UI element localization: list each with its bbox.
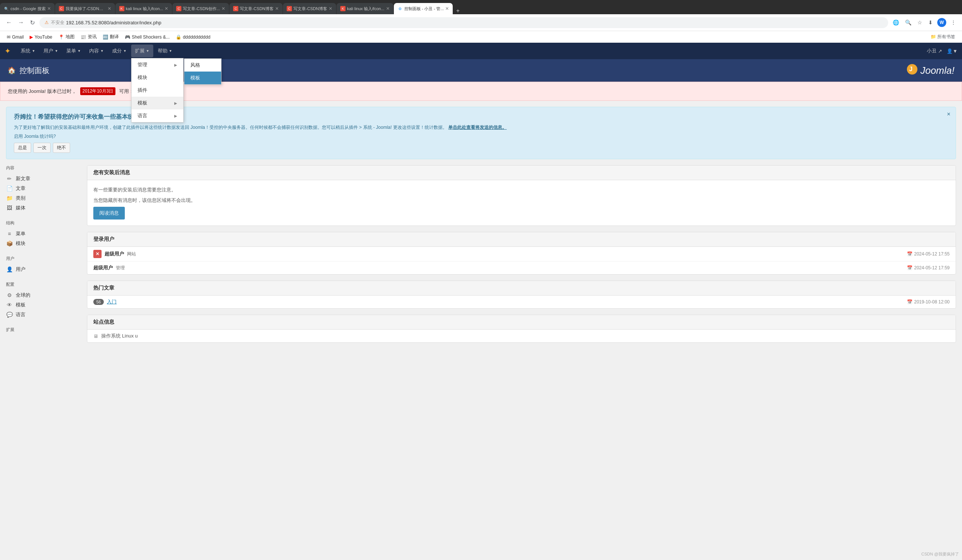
tab-kali2[interactable]: K kali linux 输入ifcon... ✕ [337,3,394,14]
sidebar-languages[interactable]: 💬 语言 [6,310,81,320]
extend-dropdown: 管理 ▶ 模块 插件 模板 ▶ 风 [131,58,184,122]
tab-close-icon[interactable]: ✕ [386,6,390,11]
sidebar-media[interactable]: 🖼 媒体 [6,203,81,213]
tab-favicon: 🔍 [4,6,9,11]
nav-users[interactable]: 用户 ▼ [40,45,62,57]
sidebar: 内容 ✏ 新文章 📄 文章 📁 类别 [6,165,81,349]
notice-once-button[interactable]: 一次 [33,143,51,153]
nav-content-caret: ▼ [100,49,104,53]
nav-extend[interactable]: 扩展 ▼ 管理 ▶ 模块 插件 模板 ▶ [131,45,153,57]
nav-extend-label: 扩展 [135,48,145,54]
bookmark-maps[interactable]: 📍 地图 [56,33,77,41]
zoom-icon[interactable]: 🔍 [904,18,913,27]
admin-user-link[interactable]: 小丑 ↗ [927,48,942,54]
tab-favicon: C [287,6,292,11]
dropdown-module[interactable]: 模块 [132,71,183,84]
more-icon[interactable]: ⋮ [949,18,957,27]
sidebar-media-label: 媒体 [16,204,26,211]
admin-user-icon[interactable]: 👤▼ [947,48,957,54]
notice-close-button[interactable]: × [947,111,951,117]
sidebar-users[interactable]: 👤 用户 [6,264,81,274]
tab-csdn-crazy[interactable]: C 我要疯掉了-CSDN博... ✕ [55,3,115,14]
dropdown-module-label: 模块 [137,74,147,81]
dropdown-template[interactable]: 模板 ▶ 风格 模板 [132,97,183,109]
dropdown-language-arrow: ▶ [174,114,177,118]
dropdown-manage[interactable]: 管理 ▶ [132,58,183,71]
new-tab-button[interactable]: + [453,8,462,14]
dropdown-plugin[interactable]: 插件 [132,84,183,97]
tab-csdn-write2[interactable]: C 写文章-CSDN博客 ✕ [229,3,282,14]
sidebar-modules[interactable]: 📦 模块 [6,238,81,248]
gear-icon: ⚙ [6,292,13,298]
bookmark-gmail[interactable]: ✉ Gmail [5,34,26,40]
read-messages-button[interactable]: 阅读消息 [93,207,125,219]
forward-button[interactable]: → [16,18,26,27]
sidebar-articles[interactable]: 📄 文章 [6,183,81,193]
tab-close-icon[interactable]: ✕ [165,6,168,11]
tab-close-icon[interactable]: ✕ [275,6,279,11]
sidebar-structure-section: 结构 ≡ 菜单 📦 模块 [6,220,81,248]
tab-joomla-admin[interactable]: ⚙ 控制面板 - 小丑 - 管... ✕ [394,3,453,14]
reload-button[interactable]: ↻ [29,18,36,28]
sidebar-categories[interactable]: 📁 类别 [6,193,81,203]
tab-title: 写文章-CSDN创作... [183,6,220,11]
tab-close-icon[interactable]: ✕ [108,6,111,11]
tab-close-icon[interactable]: ✕ [221,6,225,11]
sidebar-new-article[interactable]: ✏ 新文章 [6,174,81,183]
right-content: 您有安装后消息 有一些重要的安装后消息需要您注意。 当您隐藏所有消息时，该信息区… [87,165,956,349]
all-bookmarks[interactable]: 📁 所有书签 [928,33,957,41]
gmail-icon: ✉ [7,34,10,40]
logged-users-panel: 登录用户 ✕ 超级用户 网站 📅 2024-05-12 17:55 [87,232,956,275]
tab-kali1[interactable]: K kali linux 输入ifcon... ✕ [115,3,173,14]
user-status-x[interactable]: ✕ [93,250,102,258]
nav-components-label: 成分 [112,48,122,54]
nav-menus[interactable]: 菜单 ▼ [63,45,85,57]
dropdown-manage-label: 管理 [137,61,147,68]
nav-help[interactable]: 帮助 ▼ [154,45,176,57]
tab-csdn-write1[interactable]: C 写文章-CSDN创作... ✕ [173,3,229,14]
tab-csdn-write3[interactable]: C 写文章-CSDN博客 ✕ [283,3,336,14]
submenu-style[interactable]: 风格 [184,59,221,72]
nav-content[interactable]: 内容 ▼ [86,45,108,57]
nav-components[interactable]: 成分 ▼ [108,45,131,57]
sidebar-user-section: 用户 👤 用户 [6,256,81,274]
tab-close-icon[interactable]: ✕ [329,6,333,11]
sidebar-templates[interactable]: 👁 模板 [6,300,81,310]
bookmark-icon[interactable]: ☆ [916,18,924,27]
watermark: CSDN @我要疯掉了 [922,551,959,557]
install-messages-body: 有一些重要的安装后消息需要您注意。 当您隐藏所有消息时，该信息区域将不会出现。 … [87,180,956,225]
submenu-template[interactable]: 模板 [184,72,221,84]
bookmark-news[interactable]: 📰 资讯 [78,33,99,41]
admin-username: 小丑 [927,48,936,54]
article-title-link[interactable]: 入门 [107,299,116,305]
dropdown-manage-arrow: ▶ [174,63,177,67]
home-icon: 🏠 [8,66,16,74]
sidebar-global[interactable]: ⚙ 全球的 [6,290,81,300]
admin-nav-items: 系统 ▼ 用户 ▼ 菜单 ▼ 内容 ▼ 成分 ▼ 扩展 ▼ [17,45,927,57]
nav-system[interactable]: 系统 ▼ [17,45,39,57]
site-info-panel: 站点信息 🖥 操作系统 Linux u [87,315,956,343]
admin-content: × 乔姆拉！希望获得您的许可来收集一些基本统计数据。 为了更好地了解我们的安装基… [0,101,962,355]
notice-link[interactable]: 单击此处查看将发送的信息。 [448,125,507,130]
profile-button[interactable]: W [937,18,946,27]
bookmark-youtube[interactable]: ▶ YouTube [27,34,54,40]
bookmark-translate[interactable]: 🔤 翻译 [100,33,121,41]
tab-csdn-google[interactable]: 🔍 csdn - Google 搜索 ✕ [0,3,55,14]
joomla-nav-logo[interactable]: ✦ [5,47,11,55]
back-button[interactable]: ← [5,18,13,27]
translate-icon[interactable]: 🌐 [891,18,901,27]
notice-no-button[interactable]: 绝不 [53,143,70,153]
monitor-icon: 🖥 [93,333,98,339]
bookmark-shell[interactable]: 🎮 Shell Shockers &... [123,34,172,40]
tab-close-icon[interactable]: ✕ [47,6,51,11]
address-bar[interactable]: ⚠ 不安全 192.168.75.52:8080/administrator/i… [39,17,888,28]
sidebar-new-article-label: 新文章 [16,175,31,182]
dropdown-language-label: 语言 [137,113,147,119]
sidebar-menus[interactable]: ≡ 菜单 [6,229,81,238]
tab-close-icon[interactable]: ✕ [445,6,449,11]
notice-yes-button[interactable]: 总是 [14,143,31,153]
article-count: 56 [93,299,104,305]
dropdown-language[interactable]: 语言 ▶ [132,109,183,122]
bookmark-ddd[interactable]: 🔒 ddddddddddd [174,34,213,40]
download-icon[interactable]: ⬇ [927,18,934,27]
